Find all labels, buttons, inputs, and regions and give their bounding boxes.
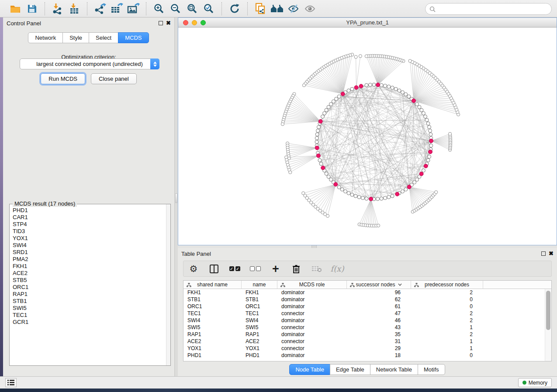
import-table-icon[interactable] — [66, 1, 83, 16]
search-input[interactable] — [438, 6, 547, 12]
mcds-result-item[interactable]: PMA2 — [13, 256, 166, 263]
zoom-selected-icon[interactable] — [201, 1, 217, 16]
export-network-icon[interactable] — [92, 1, 108, 16]
column-header-shared-name[interactable]: shared name — [183, 281, 242, 289]
criterion-dropdown[interactable]: largest connected component (undirected) — [20, 58, 159, 69]
table-row[interactable]: STB1STB1dominator620 — [183, 296, 545, 303]
first-neighbors-icon[interactable] — [269, 1, 285, 16]
table-cell: dominator — [277, 331, 347, 337]
float-panel-icon[interactable] — [541, 251, 546, 256]
zoom-in-icon[interactable] — [151, 1, 167, 16]
table-scrollbar[interactable] — [545, 289, 551, 361]
mcds-result-item[interactable]: SWI4 — [13, 242, 166, 249]
add-column-icon[interactable]: + — [270, 263, 281, 275]
memory-status-icon — [522, 381, 526, 385]
table-cell: 29 — [347, 345, 411, 351]
tab-edge-table[interactable]: Edge Table — [330, 364, 370, 375]
mcds-result-item[interactable]: ACE2 — [13, 270, 166, 277]
mcds-result-item[interactable]: TID3 — [13, 228, 166, 235]
split-panel-icon[interactable] — [208, 263, 220, 275]
run-mcds-button[interactable]: Run MCDS — [41, 73, 85, 84]
table-cell: 62 — [347, 296, 411, 303]
mcds-result-item[interactable]: STB1 — [13, 298, 166, 305]
zoom-out-icon[interactable] — [167, 1, 184, 16]
tab-select[interactable]: Select — [89, 32, 118, 43]
table-toolbar: ⚙ ✓✓ + f(x) — [183, 261, 552, 277]
sort-desc-icon — [398, 283, 402, 286]
mcds-result-item[interactable]: PHD1 — [13, 207, 166, 214]
table-row[interactable]: TEC1TEC1connector472 — [183, 310, 545, 317]
mcds-result-item[interactable]: GCR1 — [13, 319, 166, 326]
toolbar-separator — [247, 2, 248, 15]
tab-network-table[interactable]: Network Table — [370, 364, 418, 375]
table-cell: 46 — [347, 317, 411, 323]
close-panel-button[interactable]: Close panel — [91, 73, 137, 84]
table-row[interactable]: PHD1PHD1dominator180 — [183, 352, 545, 359]
task-history-icon[interactable] — [5, 378, 17, 387]
table-row[interactable]: SWI4SWI4dominator462 — [183, 317, 545, 324]
tab-style[interactable]: Style — [62, 32, 89, 43]
network-graph[interactable] — [178, 28, 557, 245]
table-row[interactable]: RAP1RAP1dominator352 — [183, 331, 545, 338]
mcds-result-item[interactable]: SRD1 — [13, 249, 166, 256]
table-cell: connector — [277, 338, 347, 344]
close-panel-icon[interactable]: ✖ — [549, 251, 554, 256]
export-image-icon[interactable] — [125, 1, 142, 16]
float-panel-icon[interactable] — [159, 21, 163, 25]
table-row[interactable]: ORC1ORC1dominator610 — [183, 303, 545, 310]
mcds-result-item[interactable]: RAP1 — [13, 291, 166, 298]
table-cell: RAP1 — [242, 331, 277, 337]
network-canvas[interactable] — [178, 28, 557, 245]
duplicate-network-icon[interactable] — [252, 1, 269, 16]
table-cell: connector — [277, 324, 347, 330]
splitter-grip[interactable] — [175, 193, 177, 203]
export-table-icon[interactable] — [108, 1, 125, 16]
table-cell: YOX1 — [242, 345, 277, 351]
table-cell: 35 — [347, 331, 411, 337]
mcds-result-item[interactable]: SWI5 — [13, 305, 166, 312]
mcds-result-item[interactable]: STB5 — [13, 277, 166, 284]
tab-network[interactable]: Network — [28, 32, 63, 43]
mcds-result-item[interactable]: STP4 — [13, 221, 166, 228]
column-header-predecessor-nodes[interactable]: predecessor nodes — [411, 281, 483, 289]
table-row[interactable]: YOX1YOX1connector291 — [183, 345, 545, 352]
mcds-result-item[interactable]: TEC1 — [13, 312, 166, 319]
import-network-icon[interactable] — [49, 1, 66, 16]
column-type-icon — [414, 282, 419, 289]
tab-node-table[interactable]: Node Table — [289, 364, 330, 375]
table-row[interactable]: SWI5SWI5connector431 — [183, 324, 545, 331]
select-all-icon[interactable]: ✓✓ — [229, 263, 240, 275]
column-header-successor-nodes[interactable]: successor nodes — [347, 281, 411, 289]
settings-gear-icon[interactable]: ⚙ — [188, 263, 199, 275]
mcds-result-item[interactable]: ORC1 — [13, 284, 166, 291]
criterion-value: largest connected component (undirected) — [20, 61, 150, 67]
table-cell: ORC1 — [242, 303, 277, 309]
memory-button[interactable]: Memory — [518, 378, 552, 387]
tab-motifs[interactable]: Motifs — [418, 364, 445, 375]
mcds-result-item[interactable]: CAR1 — [13, 214, 166, 221]
table-cell: ORC1 — [183, 303, 242, 309]
close-panel-icon[interactable]: ✖ — [166, 21, 171, 25]
save-icon[interactable] — [24, 1, 40, 16]
tab-mcds[interactable]: MCDS — [118, 32, 149, 43]
deselect-all-icon[interactable] — [249, 263, 261, 275]
table-row[interactable]: FKH1FKH1dominator962 — [183, 289, 545, 296]
table-cell: FKH1 — [242, 289, 277, 296]
mcds-result-item[interactable]: YOX1 — [13, 235, 166, 242]
mcds-result-item[interactable]: FKH1 — [13, 263, 166, 270]
table-row[interactable]: ACE2ACE2connector311 — [183, 338, 545, 345]
open-icon[interactable] — [7, 1, 24, 16]
column-header-MCDS-role[interactable]: MCDS role — [277, 281, 347, 289]
table-cell: PHD1 — [183, 352, 242, 358]
mcds-list-scrollbar[interactable] — [166, 204, 170, 365]
hide-graphics-details-icon[interactable] — [285, 1, 302, 16]
zoom-fit-icon[interactable] — [184, 1, 201, 16]
column-header-name[interactable]: name — [242, 281, 277, 289]
birds-eye-view-icon[interactable] — [302, 1, 318, 16]
network-window-titlebar[interactable]: YPA_prune.txt_1 — [178, 18, 557, 28]
scrollbar-thumb[interactable] — [546, 291, 550, 330]
delete-column-icon[interactable] — [291, 263, 302, 275]
table-cell: 1 — [411, 324, 483, 330]
vertical-splitter[interactable] — [175, 17, 178, 376]
refresh-icon[interactable] — [226, 1, 243, 16]
